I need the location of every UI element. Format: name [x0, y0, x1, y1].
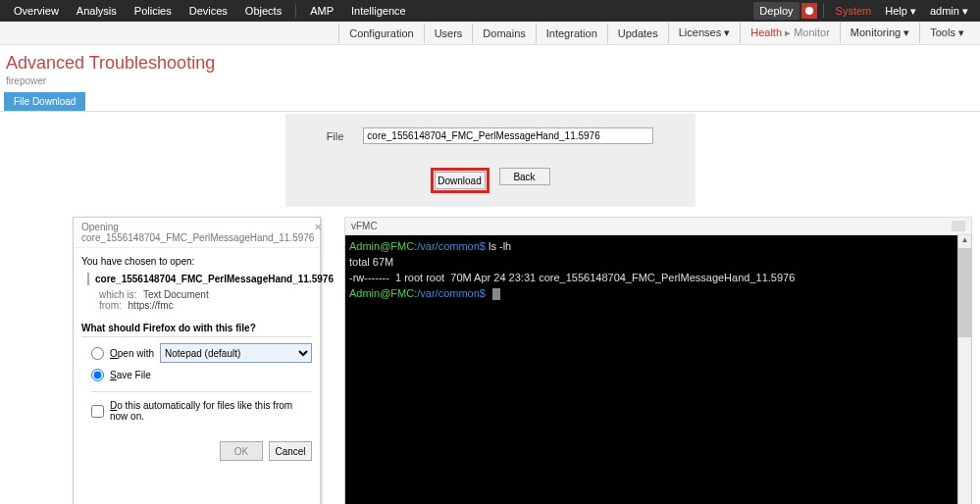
- dialog-file-name: core_1556148704_FMC_PerlMessageHand_11.5…: [95, 274, 334, 284]
- nav-objects[interactable]: Objects: [237, 2, 289, 20]
- close-icon[interactable]: ✕: [314, 222, 322, 243]
- secnav-monitoring[interactable]: Monitoring ▾: [840, 23, 919, 43]
- secnav-health[interactable]: Health ▸ Monitor: [740, 23, 840, 43]
- secnav-licenses[interactable]: Licenses ▾: [668, 23, 740, 43]
- back-button[interactable]: Back: [499, 168, 550, 185]
- secnav-domains[interactable]: Domains: [472, 24, 535, 43]
- nav-policies[interactable]: Policies: [127, 2, 180, 20]
- download-button[interactable]: Download: [435, 172, 486, 189]
- secnav-integration[interactable]: Integration: [536, 24, 607, 43]
- secnav-configuration[interactable]: Configuration: [338, 24, 423, 43]
- file-input[interactable]: [363, 127, 653, 144]
- file-label: File: [327, 130, 344, 142]
- deploy-button[interactable]: Deploy: [753, 2, 799, 20]
- nav-system[interactable]: System: [830, 2, 878, 20]
- page-title: Advanced Troubleshooting: [6, 53, 974, 74]
- terminal-title: vFMC: [351, 221, 378, 231]
- nav-analysis[interactable]: Analysis: [69, 2, 125, 20]
- nav-divider: [295, 4, 296, 18]
- prompt-user-2: Admin@FMC:: [349, 287, 417, 299]
- dialog-titlebar: Opening core_1556148704_FMC_PerlMessageH…: [74, 218, 320, 248]
- prompt-user: Admin@FMC:: [349, 240, 417, 252]
- open-with-row: Open with Notepad (default): [91, 343, 312, 363]
- download-highlight: Download: [431, 168, 490, 193]
- cmd-text: ls -lh: [486, 240, 511, 252]
- question-text: What should Firefox do with this file?: [81, 323, 312, 337]
- page-header: Advanced Troubleshooting firepower: [0, 45, 980, 92]
- terminal-titlebar: vFMC: [344, 217, 972, 235]
- ok-button[interactable]: OK: [220, 441, 263, 461]
- secnav-tools[interactable]: Tools ▾: [919, 23, 974, 43]
- file-download-panel: File Download Back: [285, 114, 696, 207]
- top-nav-left: Overview Analysis Policies Devices Objec…: [6, 2, 414, 20]
- scroll-up-icon[interactable]: ▲: [958, 235, 971, 249]
- from-row: from: https://fmc: [99, 300, 312, 311]
- page-subtitle: firepower: [6, 76, 974, 86]
- top-nav: Overview Analysis Policies Devices Objec…: [0, 0, 980, 22]
- alert-icon[interactable]: [801, 3, 817, 19]
- health-sub: ▸ Monitor: [785, 26, 830, 38]
- nav-help[interactable]: Help ▾: [879, 2, 922, 21]
- secnav-updates[interactable]: Updates: [607, 24, 668, 43]
- nav-overview[interactable]: Overview: [6, 2, 67, 20]
- terminal-body-wrap: Admin@FMC:/var/common$ ls -lh total 67M …: [344, 235, 972, 504]
- dialog-body: You have chosen to open: core_1556148704…: [74, 248, 320, 435]
- dialog-file-item: core_1556148704_FMC_PerlMessageHand_11.5…: [87, 273, 312, 285]
- auto-label: Do this automatically for files like thi…: [110, 400, 312, 422]
- nav-intelligence[interactable]: Intelligence: [343, 2, 414, 20]
- bottom-row: Opening core_1556148704_FMC_PerlMessageH…: [0, 217, 980, 504]
- total-line: total 67M: [349, 256, 393, 268]
- auto-checkbox[interactable]: [91, 405, 104, 418]
- button-row: Download Back: [431, 168, 550, 193]
- open-with-label: Open with: [110, 348, 154, 359]
- secondary-nav: Configuration Users Domains Integration …: [0, 22, 980, 45]
- file-row: File: [327, 127, 654, 144]
- health-label: Health: [750, 26, 782, 38]
- tab-file-download[interactable]: File Download: [4, 92, 85, 111]
- terminal-cursor: [492, 288, 500, 300]
- dialog-title-text: Opening core_1556148704_FMC_PerlMessageH…: [81, 222, 314, 243]
- open-with-select[interactable]: Notepad (default): [160, 343, 312, 363]
- nav-admin[interactable]: admin ▾: [924, 2, 974, 21]
- terminal-scrollbar[interactable]: ▲ ▼: [957, 235, 971, 504]
- nav-amp[interactable]: AMP: [302, 2, 341, 20]
- terminal-panel: vFMC Admin@FMC:/var/common$ ls -lh total…: [344, 217, 972, 504]
- prompt-path: /var/common$: [417, 240, 486, 252]
- top-nav-right: Deploy System Help ▾ admin ▾: [753, 2, 974, 21]
- svg-point-0: [805, 7, 813, 15]
- chosen-text: You have chosen to open:: [81, 256, 312, 267]
- terminal-titlebar-handle[interactable]: [952, 221, 965, 231]
- listing-line: -rw------- 1 root root 70M Apr 24 23:31 …: [349, 272, 795, 283]
- file-icon: [87, 273, 89, 285]
- scroll-thumb[interactable]: [958, 249, 971, 337]
- terminal-output[interactable]: Admin@FMC:/var/common$ ls -lh total 67M …: [345, 235, 957, 504]
- secnav-users[interactable]: Users: [424, 24, 473, 43]
- save-file-radio[interactable]: [91, 369, 104, 381]
- dialog-footer: OK Cancel: [74, 435, 320, 471]
- cancel-button[interactable]: Cancel: [269, 441, 312, 461]
- which-is-row: which is: Text Document: [99, 289, 312, 300]
- tab-bar: File Download: [0, 92, 980, 112]
- save-file-row: Save File: [91, 369, 312, 381]
- nav-devices[interactable]: Devices: [181, 2, 235, 20]
- prompt-path-2: /var/common$: [417, 287, 486, 299]
- from-val: https://fmc: [129, 300, 174, 311]
- which-is-val: Text Document: [143, 289, 209, 300]
- from-key: from:: [99, 300, 122, 311]
- auto-row: Do this automatically for files like thi…: [91, 391, 312, 422]
- open-with-radio[interactable]: [91, 347, 104, 360]
- open-file-dialog: Opening core_1556148704_FMC_PerlMessageH…: [73, 217, 321, 504]
- which-is-key: which is:: [99, 289, 136, 300]
- nav-divider: [823, 4, 824, 18]
- save-file-label: Save File: [110, 370, 151, 380]
